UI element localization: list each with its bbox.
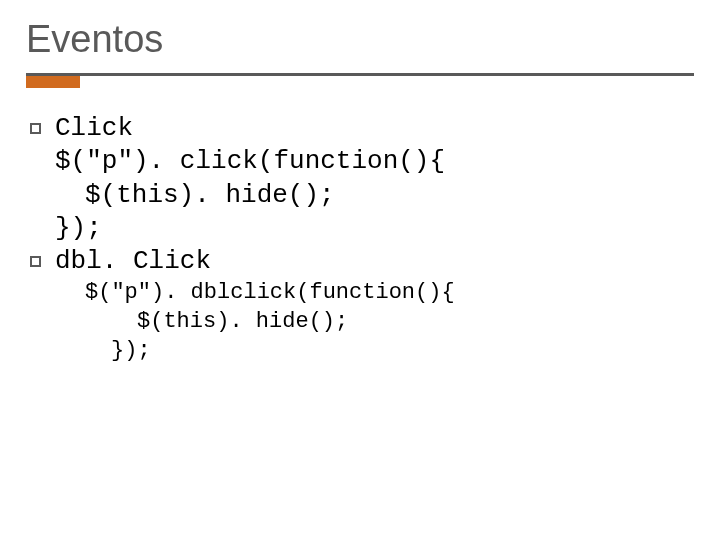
code-line: $("p"). dblclick(function(){ bbox=[85, 278, 694, 307]
code-block: $("p"). click(function(){ $(this). hide(… bbox=[55, 145, 694, 245]
rule-orange-accent bbox=[26, 76, 80, 88]
bullet-icon bbox=[30, 123, 41, 134]
code-line: }); bbox=[55, 212, 694, 245]
list-item: dbl. Click $("p"). dblclick(function(){ … bbox=[30, 245, 694, 365]
code-block: $("p"). dblclick(function(){ $(this). hi… bbox=[55, 278, 694, 365]
code-line: $(this). hide(); bbox=[85, 307, 694, 336]
slide: Eventos Click $("p"). click(function(){ … bbox=[0, 0, 720, 540]
list-item-body: dbl. Click $("p"). dblclick(function(){ … bbox=[55, 245, 694, 365]
list-item-body: Click $("p"). click(function(){ $(this).… bbox=[55, 112, 694, 245]
code-line: $("p"). click(function(){ bbox=[55, 145, 694, 178]
item-label: dbl. Click bbox=[55, 245, 694, 278]
title-rule bbox=[26, 73, 694, 88]
rule-gray bbox=[26, 73, 694, 76]
code-line: }); bbox=[85, 336, 694, 365]
item-label: Click bbox=[55, 112, 694, 145]
bullet-icon bbox=[30, 256, 41, 267]
slide-title: Eventos bbox=[26, 18, 694, 61]
list-item: Click $("p"). click(function(){ $(this).… bbox=[30, 112, 694, 245]
content-area: Click $("p"). click(function(){ $(this).… bbox=[26, 112, 694, 365]
code-line: $(this). hide(); bbox=[55, 179, 694, 212]
